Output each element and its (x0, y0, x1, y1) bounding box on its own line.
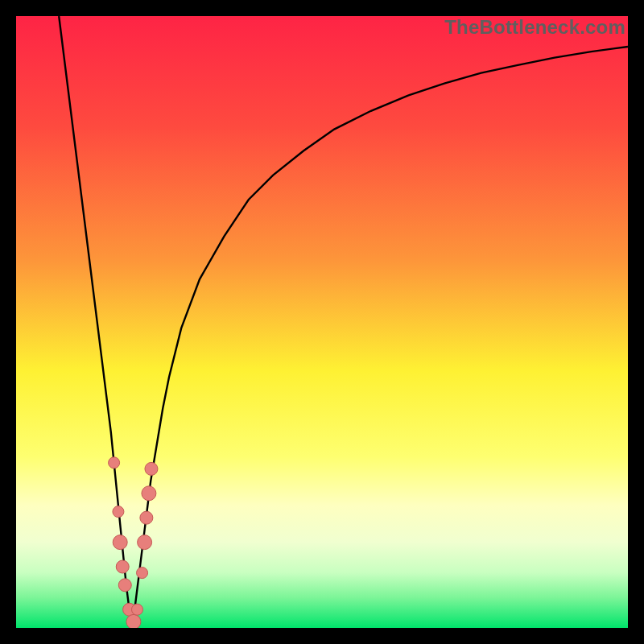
scatter-dot (118, 579, 131, 592)
scatter-dot (109, 457, 120, 469)
watermark-label: TheBottleneck.com (444, 16, 625, 39)
background-gradient (16, 16, 628, 628)
scatter-dot (113, 535, 127, 550)
scatter-dot (126, 614, 141, 628)
scatter-dot (138, 535, 152, 550)
plot-area: TheBottleneck.com (16, 16, 628, 628)
scatter-dot (145, 462, 158, 475)
scatter-dot (140, 511, 153, 524)
scatter-dot (113, 506, 124, 518)
scatter-dot (142, 486, 156, 501)
scatter-dot (116, 560, 129, 573)
scatter-dot (131, 604, 142, 615)
bottleneck-chart (16, 16, 628, 628)
chart-frame: TheBottleneck.com (0, 0, 644, 644)
scatter-dot (137, 568, 148, 579)
